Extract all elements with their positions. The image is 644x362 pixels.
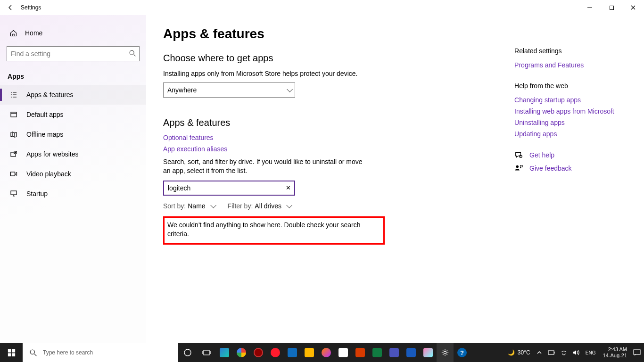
sidebar-item-default-apps[interactable]: Default apps [0, 105, 146, 124]
sidebar-item-label: Startup [26, 190, 48, 197]
search-apps-input[interactable] [164, 181, 282, 195]
feedback-icon [514, 164, 523, 173]
svg-point-16 [444, 351, 446, 354]
link-app-exec-aliases[interactable]: App execution aliases [163, 145, 486, 153]
svg-point-2 [130, 50, 134, 55]
tray-icon[interactable] [546, 343, 557, 362]
sidebar-item-apps-features[interactable]: Apps & features [0, 85, 146, 105]
window-title: Settings [21, 4, 41, 11]
sidebar-item-startup[interactable]: Startup [0, 184, 146, 204]
link-programs-features[interactable]: Programs and Features [514, 61, 625, 69]
sidebar-item-label: Offline maps [26, 131, 63, 138]
find-setting-input[interactable] [7, 46, 140, 61]
system-tray: ENG 2:43 AM 14-Aug-21 [534, 343, 644, 362]
app-source-dropdown[interactable]: Anywhere [163, 82, 295, 98]
filter-help-text: Search, sort, and filter by drive. If yo… [163, 157, 366, 176]
help-link[interactable]: Uninstalling apps [514, 119, 625, 126]
nav-home[interactable]: Home [0, 24, 146, 42]
get-help-label: Get help [529, 151, 554, 159]
video-icon [9, 170, 18, 178]
sidebar-item-apps-websites[interactable]: Apps for websites [0, 144, 146, 164]
cortana-button[interactable] [178, 343, 197, 362]
related-column: Related settings Programs and Features H… [486, 26, 625, 343]
close-button[interactable] [622, 0, 644, 15]
chat-icon [514, 151, 523, 159]
action-center-button[interactable] [632, 343, 642, 362]
taskbar-app[interactable] [250, 343, 267, 362]
sidebar-item-label: Video playback [26, 170, 71, 178]
sort-by-value: Name [188, 202, 205, 210]
tray-volume-icon[interactable] [571, 343, 581, 362]
sidebar-category: Apps [0, 66, 146, 85]
find-setting-wrap [7, 46, 140, 61]
svg-rect-9 [8, 349, 11, 352]
main-panel: Apps & features Choose where to get apps… [146, 15, 644, 343]
sidebar-item-video-playback[interactable]: Video playback [0, 164, 146, 184]
back-button[interactable] [0, 0, 21, 15]
taskbar-app[interactable] [216, 343, 233, 362]
give-feedback-link[interactable]: Give feedback [514, 164, 625, 173]
filter-by-dropdown[interactable]: Filter by: All drives [228, 202, 290, 210]
get-help-link[interactable]: Get help [514, 151, 625, 159]
chevron-down-icon [207, 202, 215, 210]
help-link[interactable]: Updating apps [514, 130, 625, 138]
search-apps-wrap: ✕ [163, 181, 295, 196]
tray-language[interactable]: ENG [583, 343, 598, 362]
taskbar-app[interactable] [420, 343, 437, 362]
taskbar-search[interactable]: Type here to search [23, 343, 178, 362]
app-source-value: Anywhere [167, 86, 197, 94]
map-icon [9, 131, 18, 138]
taskbar-app[interactable] [301, 343, 318, 362]
minimize-button[interactable] [579, 0, 601, 15]
sort-by-dropdown[interactable]: Sort by: Name [163, 202, 215, 210]
taskbar-search-placeholder: Type here to search [43, 349, 93, 356]
weather-icon: 🌙 [508, 349, 515, 356]
filter-by-value: All drives [255, 202, 281, 210]
sidebar-item-offline-maps[interactable]: Offline maps [0, 124, 146, 144]
clock-time: 2:43 AM [603, 346, 627, 353]
svg-point-14 [184, 349, 191, 356]
nav-home-label: Home [25, 29, 42, 37]
section-choose-source-text: Installing apps only from Microsoft Stor… [163, 69, 486, 79]
tray-icon[interactable] [559, 343, 569, 362]
taskbar-app[interactable] [369, 343, 386, 362]
svg-rect-3 [11, 112, 17, 117]
taskbar-app[interactable] [267, 343, 284, 362]
tray-overflow-button[interactable] [534, 343, 545, 362]
svg-rect-10 [12, 349, 15, 352]
clear-search-button[interactable]: ✕ [282, 184, 294, 191]
weather-temp: 30°C [518, 349, 530, 356]
taskbar-app[interactable] [352, 343, 369, 362]
page-title: Apps & features [163, 26, 486, 41]
default-apps-icon [9, 111, 18, 118]
taskbar: Type here to search ? 🌙 30°C ENG 2:43 AM… [0, 343, 644, 362]
svg-rect-6 [11, 191, 17, 195]
taskbar-weather[interactable]: 🌙 30°C [504, 349, 534, 356]
chevron-down-icon [284, 86, 291, 94]
start-button[interactable] [0, 343, 23, 362]
taskbar-app[interactable] [318, 343, 335, 362]
taskbar-app[interactable] [233, 343, 250, 362]
no-results-message: We couldn't find anything to show here. … [163, 216, 385, 245]
svg-rect-15 [204, 350, 209, 355]
taskbar-app[interactable]: ? [454, 343, 471, 362]
taskbar-app[interactable] [403, 343, 420, 362]
svg-rect-18 [634, 350, 640, 354]
task-view-button[interactable] [197, 343, 216, 362]
svg-rect-5 [11, 172, 15, 176]
svg-rect-12 [12, 353, 15, 356]
link-optional-features[interactable]: Optional features [163, 134, 486, 141]
help-link[interactable]: Changing startup apps [514, 96, 625, 104]
titlebar: Settings [0, 0, 644, 15]
taskbar-app[interactable] [386, 343, 403, 362]
svg-point-8 [516, 165, 519, 168]
chevron-down-icon [283, 202, 290, 210]
search-icon [128, 49, 137, 58]
taskbar-app-settings[interactable] [437, 343, 454, 362]
help-link[interactable]: Installing web apps from Microsoft [514, 107, 625, 115]
taskbar-app[interactable] [335, 343, 352, 362]
taskbar-app[interactable] [284, 343, 301, 362]
taskbar-clock[interactable]: 2:43 AM 14-Aug-21 [600, 346, 630, 358]
related-settings-heading: Related settings [514, 47, 625, 55]
maximize-button[interactable] [601, 0, 622, 15]
